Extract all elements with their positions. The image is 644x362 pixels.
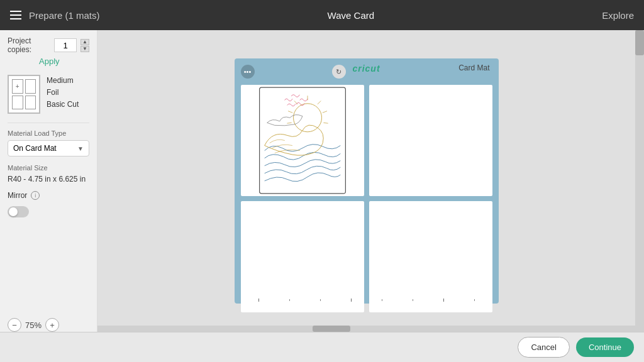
card-slot-4 — [369, 201, 492, 312]
mirror-info-icon[interactable]: i — [31, 191, 40, 200]
card-mat: ••• cricut ↻ Card Mat — [235, 58, 499, 304]
card-slot-2 — [369, 85, 492, 196]
material-size-value: R40 - 4.75 in x 6.625 in — [8, 175, 89, 184]
mirror-row: Mirror i — [8, 191, 89, 200]
mat-thumbnail — [8, 75, 40, 114]
zoom-increase-button[interactable]: + — [45, 318, 59, 332]
mat-thumb-cell-2 — [25, 79, 36, 94]
mat-cut: Basic Cut — [47, 99, 79, 111]
cancel-button[interactable]: Cancel — [518, 337, 569, 358]
topbar: Prepare (1 mats) Wave Card Explore — [0, 0, 644, 30]
zoom-decrease-button[interactable]: − — [8, 318, 21, 332]
cricut-logo: cricut — [352, 63, 380, 74]
explore-button[interactable]: Explore — [602, 10, 634, 21]
canvas-area: ••• cricut ↻ Card Mat — [97, 30, 635, 332]
left-panel: Project copies: ▲ ▼ Apply Medium Foil Ba… — [0, 30, 97, 338]
spinner-up[interactable]: ▲ — [80, 39, 89, 45]
scrollbar-bottom[interactable] — [97, 326, 635, 332]
material-load-type-dropdown[interactable]: On Card Mat ▼ — [8, 140, 89, 156]
continue-button[interactable]: Continue — [576, 337, 634, 357]
card-grid — [241, 85, 492, 312]
scrollbar-thumb-right[interactable] — [635, 30, 644, 55]
zoom-value: 75% — [25, 321, 42, 330]
svg-line-4 — [323, 111, 326, 112]
prepare-title: Prepare (1 mats) — [29, 10, 100, 21]
svg-line-7 — [287, 123, 291, 123]
mat-thumb-cell-1 — [12, 79, 23, 94]
bottombar: Cancel Continue — [0, 332, 644, 362]
menu-icon[interactable] — [10, 11, 21, 19]
card-slot-3 — [241, 201, 364, 312]
material-load-type-value: On Card Mat — [13, 144, 57, 153]
more-options-button[interactable]: ••• — [241, 65, 255, 79]
mat-thumb-cell-4 — [25, 96, 36, 110]
copies-spinner: ▲ ▼ — [80, 39, 89, 52]
card-mat-label: Card Mat — [458, 63, 489, 72]
mat-section: Medium Foil Basic Cut — [8, 75, 89, 114]
project-copies-label: Project copies: — [8, 36, 50, 54]
mat-thumb-cell-3 — [12, 96, 23, 110]
apply-button[interactable]: Apply — [39, 57, 89, 66]
zoom-controls: − 75% + — [8, 318, 59, 332]
toggle-knob — [9, 207, 18, 216]
refresh-button[interactable]: ↻ — [332, 65, 346, 79]
scrollbar-bottom-thumb[interactable] — [313, 326, 350, 332]
dropdown-arrow-icon: ▼ — [77, 145, 84, 152]
card-slot-1 — [241, 85, 364, 196]
svg-line-6 — [288, 111, 292, 112]
mirror-toggle[interactable] — [8, 206, 29, 217]
mat-name: Medium — [47, 75, 79, 87]
wave-art-svg — [241, 85, 364, 196]
mirror-label: Mirror — [8, 191, 27, 200]
project-copies-input[interactable] — [54, 38, 77, 52]
material-size-label: Material Size — [8, 164, 89, 172]
spinner-down[interactable]: ▼ — [80, 46, 89, 52]
project-copies-row: Project copies: ▲ ▼ — [8, 36, 89, 54]
mat-info: Medium Foil Basic Cut — [47, 75, 79, 111]
project-title: Wave Card — [328, 10, 374, 21]
material-load-type-label: Material Load Type — [8, 129, 89, 137]
svg-line-8 — [323, 123, 327, 123]
mat-type: Foil — [47, 87, 79, 99]
scrollbar-right[interactable] — [635, 30, 644, 332]
svg-line-3 — [318, 101, 321, 104]
